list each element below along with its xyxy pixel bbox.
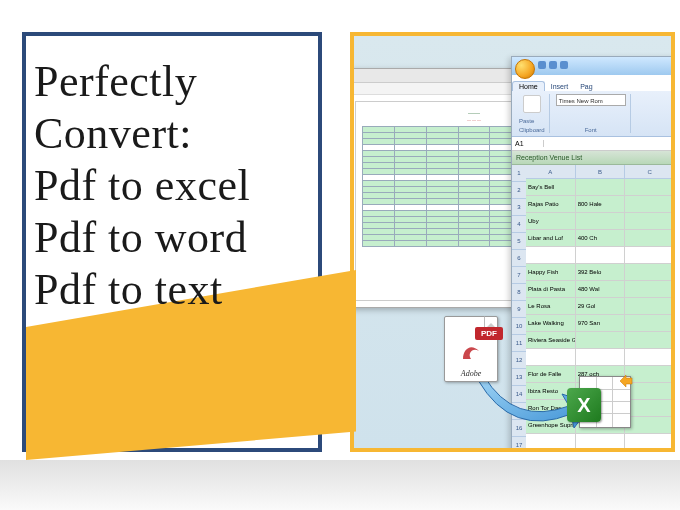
excel-x-badge-icon: X bbox=[567, 388, 601, 422]
table-row[interactable]: Bay's Bell bbox=[526, 179, 675, 196]
office-orb-icon[interactable] bbox=[515, 59, 535, 79]
paste-label: Paste bbox=[519, 118, 545, 124]
cell[interactable]: Plata di Pasta bbox=[526, 281, 576, 297]
table-row[interactable]: Smell Pieces bbox=[526, 451, 675, 452]
cell[interactable] bbox=[576, 434, 626, 450]
cell[interactable]: 29 Gol bbox=[576, 298, 626, 314]
cell[interactable]: Le Rosa bbox=[526, 298, 576, 314]
cell[interactable]: Smell Pieces bbox=[526, 451, 576, 452]
table-row[interactable]: Rajas Patio800 Hale bbox=[526, 196, 675, 213]
headline-line-4: Pdf to word bbox=[34, 212, 250, 264]
pdf-file-icon: PDF Adobe bbox=[444, 316, 508, 388]
cell[interactable] bbox=[625, 179, 675, 195]
xls-corner-arrow-icon bbox=[618, 373, 634, 389]
cell[interactable]: 970 San bbox=[576, 315, 626, 331]
headline-line-3: Pdf to excel bbox=[34, 160, 250, 212]
clipboard-group-label: Clipboard bbox=[519, 127, 545, 133]
cell[interactable] bbox=[526, 349, 576, 365]
table-row[interactable]: Uby bbox=[526, 213, 675, 230]
quick-access-toolbar[interactable] bbox=[538, 61, 568, 69]
table-row[interactable]: Plata di Pasta480 Wal bbox=[526, 281, 675, 298]
tab-home[interactable]: Home bbox=[512, 81, 545, 91]
cell[interactable]: Libar and Lof bbox=[526, 230, 576, 246]
row-header: 7 bbox=[512, 267, 526, 284]
table-row[interactable]: Riviera Seaside Garden Grill bbox=[526, 332, 675, 349]
cell[interactable] bbox=[625, 434, 675, 450]
cell[interactable] bbox=[625, 349, 675, 365]
cell[interactable]: 400 Ch bbox=[576, 230, 626, 246]
cell[interactable] bbox=[576, 213, 626, 229]
right-preview-panel: ——— — — — bbox=[350, 32, 675, 452]
cell[interactable] bbox=[576, 349, 626, 365]
promo-canvas: Perfectly Convert: Pdf to excel Pdf to w… bbox=[0, 0, 680, 510]
row-header: 10 bbox=[512, 318, 526, 335]
cell[interactable] bbox=[625, 281, 675, 297]
ribbon-group-font: Times New Rom Font bbox=[552, 94, 631, 133]
excel-titlebar bbox=[512, 57, 675, 75]
bottom-shadow-strip bbox=[0, 460, 680, 510]
cell[interactable] bbox=[625, 332, 675, 348]
adobe-swirl-icon bbox=[459, 339, 483, 363]
name-box[interactable]: A1 bbox=[512, 140, 544, 147]
formula-bar: A1 bbox=[512, 137, 675, 151]
tab-insert[interactable]: Insert bbox=[545, 82, 575, 91]
cell[interactable] bbox=[625, 213, 675, 229]
cell[interactable] bbox=[625, 196, 675, 212]
column-header: B bbox=[576, 165, 626, 179]
cell[interactable]: 392 Belo bbox=[576, 264, 626, 280]
adobe-brand-label: Adobe bbox=[445, 369, 497, 378]
row-header: 3 bbox=[512, 199, 526, 216]
headline-line-2: Convert: bbox=[34, 108, 250, 160]
cell[interactable]: Riviera Seaside Garden Grill bbox=[526, 332, 576, 348]
cell[interactable]: 480 Wal bbox=[576, 281, 626, 297]
row-header: 6 bbox=[512, 250, 526, 267]
cell[interactable] bbox=[576, 332, 626, 348]
cell[interactable]: 800 Hale bbox=[576, 196, 626, 212]
row-header: 17 bbox=[512, 437, 526, 452]
ribbon-tabs: Home Insert Pag bbox=[512, 77, 675, 91]
table-row[interactable]: Le Rosa29 Gol bbox=[526, 298, 675, 315]
font-group-label: Font bbox=[556, 127, 626, 133]
row-header: 8 bbox=[512, 284, 526, 301]
cell[interactable] bbox=[576, 179, 626, 195]
excel-file-icon: X bbox=[579, 376, 643, 436]
excel-x-letter: X bbox=[577, 394, 590, 417]
cell[interactable]: Lake Walking bbox=[526, 315, 576, 331]
cell[interactable]: Bay's Bell bbox=[526, 179, 576, 195]
row-header: 2 bbox=[512, 182, 526, 199]
table-row[interactable] bbox=[526, 434, 675, 451]
cell[interactable] bbox=[526, 247, 576, 263]
cell[interactable] bbox=[625, 298, 675, 314]
cell[interactable]: Uby bbox=[526, 213, 576, 229]
column-header: C bbox=[625, 165, 675, 179]
cell[interactable] bbox=[526, 434, 576, 450]
row-header: 11 bbox=[512, 335, 526, 352]
headline-line-1: Perfectly bbox=[34, 56, 250, 108]
headline-text: Perfectly Convert: Pdf to excel Pdf to w… bbox=[34, 56, 250, 316]
cell[interactable] bbox=[576, 247, 626, 263]
font-name-selector[interactable]: Times New Rom bbox=[556, 94, 626, 106]
cell[interactable] bbox=[625, 230, 675, 246]
cell[interactable] bbox=[625, 264, 675, 280]
row-header: 4 bbox=[512, 216, 526, 233]
column-header: A bbox=[526, 165, 576, 179]
headline-line-5: Pdf to text bbox=[34, 264, 250, 316]
ribbon-body: Paste Clipboard Times New Rom Font bbox=[512, 91, 675, 137]
cell[interactable]: Happy Fish bbox=[526, 264, 576, 280]
tab-pagelayout[interactable]: Pag bbox=[574, 82, 598, 91]
paste-icon[interactable] bbox=[523, 95, 541, 113]
cell[interactable] bbox=[625, 451, 675, 452]
column-headers: ABC bbox=[526, 165, 675, 179]
worksheet-tab[interactable]: Reception Venue List bbox=[512, 151, 675, 165]
table-row[interactable]: Libar and Lof400 Ch bbox=[526, 230, 675, 247]
worksheet-tab-label: Reception Venue List bbox=[516, 154, 582, 161]
table-row[interactable] bbox=[526, 247, 675, 264]
cell[interactable] bbox=[625, 315, 675, 331]
ribbon-group-clipboard: Paste Clipboard bbox=[515, 94, 550, 133]
table-row[interactable]: Happy Fish392 Belo bbox=[526, 264, 675, 281]
cell[interactable] bbox=[576, 451, 626, 452]
table-row[interactable]: Lake Walking970 San bbox=[526, 315, 675, 332]
table-row[interactable] bbox=[526, 349, 675, 366]
cell[interactable]: Rajas Patio bbox=[526, 196, 576, 212]
cell[interactable] bbox=[625, 247, 675, 263]
